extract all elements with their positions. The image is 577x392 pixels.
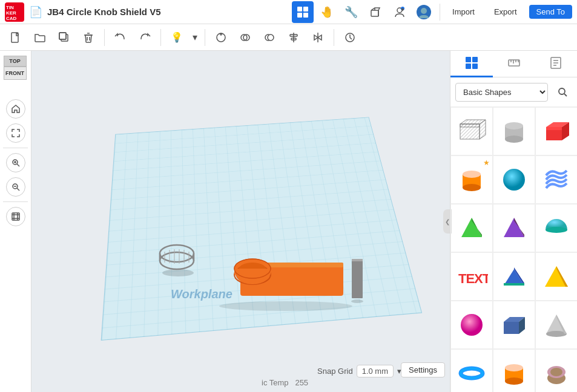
- separator-2: [160, 29, 161, 46]
- shape-sphere-pink[interactable]: [450, 301, 493, 349]
- orange-assembly-object[interactable]: [210, 232, 361, 313]
- doc-icon[interactable]: 📄: [29, 5, 42, 19]
- align-button[interactable]: [283, 27, 305, 48]
- settings-button[interactable]: Settings: [401, 362, 445, 377]
- shape-hatched-box[interactable]: [450, 107, 493, 155]
- shape-pyramid-green[interactable]: [450, 204, 493, 252]
- left-sidebar: TOP FRONT: [0, 51, 31, 392]
- temp-text: ic Temp: [262, 378, 289, 387]
- svg-point-99: [550, 368, 562, 376]
- separator-1: [104, 29, 105, 46]
- flip-button[interactable]: [307, 27, 329, 48]
- shape-half-sphere[interactable]: [535, 204, 577, 252]
- svg-point-57: [559, 88, 565, 94]
- shape-text[interactable]: TEXT: [450, 252, 493, 301]
- nav-grid-button[interactable]: [292, 1, 314, 23]
- panel-tabs: [450, 51, 577, 77]
- shape-prism-blue[interactable]: [493, 252, 535, 301]
- light-dropdown[interactable]: ▾: [190, 27, 200, 48]
- small-rect-object[interactable]: [349, 256, 366, 307]
- tab-ruler[interactable]: [493, 51, 535, 77]
- duplicate-button[interactable]: [53, 27, 75, 48]
- nav-box-button[interactable]: [364, 1, 386, 23]
- wire-ring-object[interactable]: [153, 229, 201, 280]
- svg-point-95: [505, 364, 523, 371]
- sidebar-sep-2: [3, 201, 28, 202]
- snap-grid: Snap Grid 1.0 mm ▾: [317, 365, 401, 377]
- svg-rect-48: [352, 259, 363, 298]
- shape-cylinder-orange[interactable]: [450, 155, 493, 204]
- svg-rect-54: [472, 64, 478, 69]
- fit-view-button[interactable]: [6, 123, 25, 143]
- shape-cylinder-gray[interactable]: [493, 107, 535, 155]
- shape-cube-red[interactable]: [535, 107, 577, 155]
- shape-box-blue[interactable]: [493, 301, 535, 349]
- app-title: JB4 Circle Knob Shield V5: [47, 7, 287, 17]
- subtract-button[interactable]: [259, 27, 280, 48]
- svg-rect-67: [546, 127, 562, 130]
- temp-value: 255: [295, 378, 308, 387]
- tab-grid[interactable]: [450, 51, 493, 77]
- shape-brown[interactable]: [535, 349, 577, 392]
- nav-wrench-button[interactable]: 🔧: [340, 1, 362, 23]
- svg-rect-49: [352, 259, 363, 261]
- delete-button[interactable]: [77, 27, 99, 48]
- svg-text:TIN: TIN: [6, 5, 14, 10]
- send-to-button[interactable]: Send To: [529, 5, 572, 19]
- svg-rect-53: [466, 64, 471, 69]
- union-button[interactable]: [234, 27, 256, 48]
- svg-rect-8: [371, 10, 378, 16]
- nav-avatar-button[interactable]: [413, 1, 435, 23]
- svg-text:+: +: [402, 7, 404, 10]
- snap-value[interactable]: 1.0 mm: [357, 365, 394, 377]
- topbar: TIN KER CAD 📄 JB4 Circle Knob Shield V5 …: [0, 0, 577, 24]
- panel-search-row: Basic Shapes: [450, 77, 577, 107]
- ortho-button[interactable]: [6, 207, 25, 226]
- shape-sphere-blue[interactable]: [493, 155, 535, 204]
- nav-buttons: 🤚 🔧 +: [292, 1, 435, 23]
- view-front[interactable]: FRONT: [4, 67, 27, 80]
- new-button[interactable]: [5, 27, 27, 48]
- shape-pyramid-purple[interactable]: [493, 204, 535, 252]
- svg-rect-5: [303, 7, 308, 11]
- separator-4: [334, 29, 334, 46]
- shape-torus-blue[interactable]: [450, 349, 493, 392]
- app-logo: TIN KER CAD: [5, 2, 24, 22]
- shape-cylinder-orange2[interactable]: [493, 349, 535, 392]
- tab-notes[interactable]: [535, 51, 577, 77]
- open-button[interactable]: [29, 27, 51, 48]
- search-button[interactable]: [553, 82, 572, 102]
- svg-point-50: [351, 299, 363, 303]
- export-button[interactable]: Export: [487, 5, 524, 19]
- svg-rect-86: [504, 322, 519, 334]
- canvas-area[interactable]: Workplane: [31, 51, 450, 392]
- toolbar: 💡 ▾: [0, 24, 577, 51]
- shape-cone-gray[interactable]: [535, 301, 577, 349]
- view-top[interactable]: TOP: [4, 56, 27, 67]
- shapes-dropdown[interactable]: Basic Shapes: [455, 83, 548, 102]
- measure-button[interactable]: [339, 27, 361, 48]
- svg-point-78: [546, 227, 567, 233]
- svg-text:TEXT: TEXT: [458, 271, 488, 286]
- svg-text:CAD: CAD: [6, 16, 17, 21]
- separator-3: [205, 29, 205, 46]
- svg-rect-7: [303, 13, 308, 18]
- zoom-in-button[interactable]: [6, 153, 25, 172]
- redo-button[interactable]: [134, 27, 156, 48]
- rotate-button[interactable]: [210, 27, 232, 48]
- shape-pyramid-yellow[interactable]: [535, 252, 577, 301]
- zoom-out-button[interactable]: [6, 177, 25, 197]
- shape-coil[interactable]: [535, 155, 577, 204]
- nav-hand-button[interactable]: 🤚: [316, 1, 338, 23]
- import-button[interactable]: Import: [445, 5, 482, 19]
- right-panel: ❮: [450, 51, 577, 392]
- svg-point-96: [505, 377, 523, 385]
- svg-rect-82: [504, 283, 524, 286]
- home-view-button[interactable]: [6, 99, 25, 119]
- nav-profile-button[interactable]: +: [389, 1, 410, 23]
- view-cube[interactable]: TOP FRONT: [0, 56, 34, 90]
- snap-dropdown-arrow[interactable]: ▾: [397, 367, 401, 376]
- light-button[interactable]: 💡: [166, 27, 188, 48]
- svg-rect-60: [460, 124, 480, 127]
- undo-button[interactable]: [110, 27, 131, 48]
